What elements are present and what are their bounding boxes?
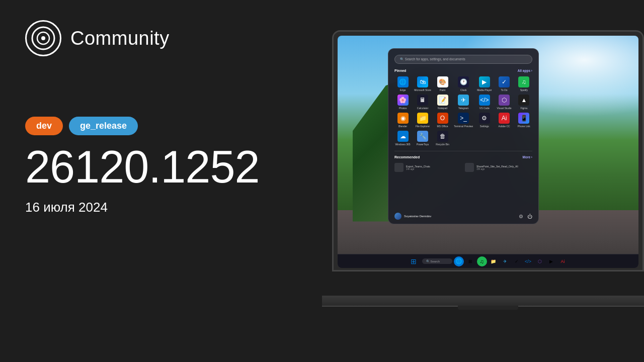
tb-t4[interactable]: ⬡	[535, 256, 545, 266]
blender-icon: ◉	[397, 113, 409, 124]
laptop-screen-outer: 🔍 Search for apps, settings, and documen…	[332, 30, 644, 272]
rec-icon-0	[394, 163, 404, 172]
app-figma[interactable]: ▲ Figma	[516, 95, 532, 110]
settings-user-icon[interactable]: ⚙	[519, 214, 523, 219]
all-apps-link[interactable]: All apps ›	[518, 69, 532, 72]
vscode-icon: </>	[479, 95, 490, 106]
tb-files[interactable]: 📁	[489, 256, 499, 266]
rec-time-1: 15h ago	[476, 168, 518, 170]
app-edge[interactable]: 🌐 Edge	[394, 76, 411, 92]
tb-t2[interactable]: ✓	[512, 256, 522, 266]
tb-t5[interactable]: ▶	[546, 256, 556, 266]
pinned-label: Pinned	[394, 69, 406, 72]
app-files[interactable]: 📁 File Explorer	[414, 113, 431, 128]
user-actions: ⚙ ⏻	[519, 214, 532, 219]
app-clock[interactable]: 🕐 Clock	[454, 76, 473, 92]
taskbar-search[interactable]: 🔍 Search	[422, 258, 452, 264]
tb-t3[interactable]: </>	[523, 256, 533, 266]
vs-icon: ⬡	[499, 95, 510, 106]
win365-icon: ☁	[397, 131, 409, 142]
tb-spotify2[interactable]: ♫	[477, 256, 487, 266]
app-todo[interactable]: ✓ To Do	[496, 76, 512, 92]
rec-item-0[interactable]: Export_Teams_Chats 14h ago	[394, 163, 462, 172]
rec-name-0: Export_Teams_Chats	[406, 165, 430, 168]
app-vs[interactable]: ⬡ Visual Studio	[496, 95, 512, 110]
app-media[interactable]: ▶ Media Player	[476, 76, 493, 92]
app-terminal[interactable]: >_ Terminal Preview	[454, 113, 473, 128]
app-paint[interactable]: 🎨 Paint	[434, 76, 451, 92]
app-calc[interactable]: 🖩 Calculator	[414, 95, 431, 110]
recommended-header: Recommended More ›	[394, 155, 532, 159]
laptop-mockup: 🔍 Search for apps, settings, and documen…	[322, 30, 644, 322]
tb-edge[interactable]: 🌐	[454, 256, 464, 266]
recycle-icon: 🗑	[437, 131, 448, 142]
taskbar: ⊞ 🔍 Search 🌐 ⊞ ♫ 📁 ✈ ✓ </> ⬡ ▶ Ai	[338, 254, 638, 268]
app-spotify[interactable]: ♫ Spotify	[516, 76, 532, 92]
community-logo-icon	[25, 20, 61, 56]
app-adobe[interactable]: Ai Adobe CC	[496, 113, 512, 128]
badges-container: dev ge_release	[25, 117, 297, 135]
recommended-section: Recommended More › Export_Teams_Chats 14…	[394, 151, 532, 172]
settings-icon: ⚙	[479, 113, 490, 124]
right-panel: 🔍 Search for apps, settings, and documen…	[322, 0, 644, 362]
clock-icon: 🕐	[458, 76, 469, 87]
telegram-icon: ✈	[458, 95, 469, 106]
app-office[interactable]: O MS Office	[434, 113, 451, 128]
notepad-icon: 📝	[437, 95, 448, 106]
calc-icon: 🖩	[417, 95, 428, 106]
badge-release: ge_release	[69, 117, 138, 135]
tb-task[interactable]: ⊞	[465, 256, 475, 266]
paint-icon: 🎨	[437, 76, 448, 87]
app-notepad[interactable]: 📝 Notepad	[434, 95, 451, 110]
todo-icon: ✓	[499, 76, 510, 87]
laptop-screen-inner: 🔍 Search for apps, settings, and documen…	[338, 36, 638, 268]
user-bar: Svyatoslav Demidov ⚙ ⏻	[394, 213, 532, 220]
app-vscode[interactable]: </> VS Code	[476, 95, 493, 110]
spotify-icon: ♫	[518, 76, 529, 87]
adobe-icon: Ai	[499, 113, 510, 124]
start-button[interactable]: ⊞	[409, 256, 419, 266]
store-icon: 🛍	[417, 76, 428, 87]
rec-time-0: 14h ago	[406, 168, 430, 170]
edge-icon: 🌐	[397, 76, 409, 87]
rec-icon-1	[465, 163, 474, 172]
app-telegram[interactable]: ✈ Telegram	[454, 95, 473, 110]
tb-t6[interactable]: Ai	[558, 256, 568, 266]
user-avatar	[394, 213, 401, 220]
more-link[interactable]: More ›	[523, 155, 533, 159]
logo-area: Community	[25, 20, 297, 56]
phone-icon: 📱	[518, 113, 529, 124]
media-icon: ▶	[479, 76, 490, 87]
app-store[interactable]: 🛍 Microsoft Store	[414, 76, 431, 92]
powertoys-icon: 🔧	[417, 131, 428, 142]
laptop-base	[322, 296, 644, 307]
office-icon: O	[437, 113, 448, 124]
release-date: 16 июля 2024	[25, 200, 297, 215]
app-settings[interactable]: ⚙ Settings	[476, 113, 493, 128]
svg-point-1	[41, 36, 45, 40]
figma-icon: ▲	[518, 95, 529, 106]
start-search: 🔍 Search for apps, settings, and documen…	[394, 55, 532, 64]
start-menu: 🔍 Search for apps, settings, and documen…	[388, 48, 539, 224]
taskbar-icons: ⊞ 🔍 Search 🌐 ⊞ ♫ 📁 ✈ ✓ </> ⬡ ▶ Ai	[409, 256, 568, 266]
power-icon[interactable]: ⏻	[527, 214, 532, 219]
version-number: 26120.1252	[25, 144, 297, 190]
community-label: Community	[70, 28, 170, 49]
app-phone[interactable]: 📱 Phone Link	[516, 113, 532, 128]
app-blender[interactable]: ◉ Blender	[394, 113, 411, 128]
rec-item-1[interactable]: SharePoint_Site_Set_Read_Only_All 15h ag…	[465, 163, 532, 172]
user-info[interactable]: Svyatoslav Demidov	[394, 213, 431, 220]
pinned-apps-grid: 🌐 Edge 🛍 Microsoft Store 🎨 Paint 🕐	[394, 76, 532, 146]
pinned-header: Pinned All apps ›	[394, 69, 532, 72]
left-panel: Community dev ge_release 26120.1252 16 и…	[0, 0, 322, 362]
app-recycle[interactable]: 🗑 Recycle Bin	[434, 131, 451, 146]
tb-t1[interactable]: ✈	[500, 256, 510, 266]
start-search-placeholder: Search for apps, settings, and documents	[405, 57, 465, 61]
app-win365[interactable]: ☁ Windows 365	[394, 131, 411, 146]
photos-icon: 🌸	[397, 95, 409, 106]
app-photos[interactable]: 🌸 Photos	[394, 95, 411, 110]
username: Svyatoslav Demidov	[404, 215, 431, 218]
app-powertoys[interactable]: 🔧 PowerToys	[414, 131, 431, 146]
terminal-icon: >_	[458, 113, 469, 124]
recommended-items: Export_Teams_Chats 14h ago SharePoint_Si…	[394, 163, 532, 172]
